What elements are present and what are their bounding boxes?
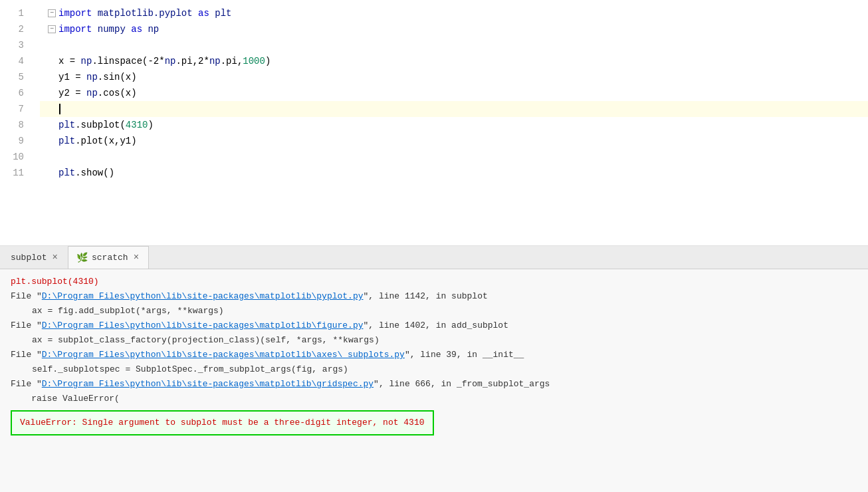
line-number-11: 11 xyxy=(0,165,29,181)
traceback-link[interactable]: D:\Program Files\python\lib\site-package… xyxy=(42,291,364,301)
line-number-5: 5 xyxy=(0,69,29,85)
traceback-link[interactable]: D:\Program Files\python\lib\site-package… xyxy=(42,379,374,389)
code-line-11: plt.show() xyxy=(40,165,868,181)
value-error-text: ValueError: Single argument to subplot m… xyxy=(20,418,425,428)
code-line-3 xyxy=(40,37,868,53)
fold-icon[interactable]: − xyxy=(48,9,56,17)
code-line-8: plt.subplot(4310) xyxy=(40,117,868,133)
line-number-1: 1 xyxy=(0,5,29,21)
line-number-4: 4 xyxy=(0,53,29,69)
tab-subplot[interactable]: subplot× xyxy=(3,246,68,269)
code-lines[interactable]: −import matplotlib.pyplot as plt−import … xyxy=(40,0,868,245)
traceback-link[interactable]: D:\Program Files\python\lib\site-package… xyxy=(42,320,364,330)
bottom-panel: subplot×🌿scratch× plt.subplot(4310)File … xyxy=(0,246,868,492)
console-line: File "D:\Program Files\python\lib\site-p… xyxy=(11,348,857,362)
console-line: plt.subplot(4310) xyxy=(11,275,857,289)
line-number-8: 8 xyxy=(0,117,29,133)
console-line: File "D:\Program Files\python\lib\site-p… xyxy=(11,318,857,333)
code-line-4: x = np.linspace(-2*np.pi,2*np.pi,1000) xyxy=(40,53,868,69)
subplot-tab-close[interactable]: × xyxy=(51,252,59,263)
line-number-9: 9 xyxy=(0,133,29,149)
scratch-tab-icon: 🌿 xyxy=(76,252,88,263)
line-number-3: 3 xyxy=(0,37,29,53)
line-number-7: 7 xyxy=(0,101,29,117)
code-line-6: y2 = np.cos(x) xyxy=(40,85,868,101)
tab-bar[interactable]: subplot×🌿scratch× xyxy=(0,246,868,269)
code-line-1: −import matplotlib.pyplot as plt xyxy=(40,5,868,21)
fold-icon[interactable]: − xyxy=(48,25,56,33)
line-number-10: 10 xyxy=(0,149,29,165)
subplot-tab-label: subplot xyxy=(11,253,47,263)
line-numbers: 1234567891011 xyxy=(0,0,40,245)
code-line-10 xyxy=(40,149,868,165)
console-line: ax = fig.add_subplot(*args, **kwargs) xyxy=(11,304,857,318)
console-output: plt.subplot(4310)File "D:\Program Files\… xyxy=(0,269,868,492)
scratch-tab-label: scratch xyxy=(92,253,128,263)
text-cursor xyxy=(59,104,60,114)
code-line-7 xyxy=(40,101,868,117)
scratch-tab-close[interactable]: × xyxy=(132,252,140,263)
code-editor[interactable]: 1234567891011 −import matplotlib.pyplot … xyxy=(0,0,868,246)
console-line: File "D:\Program Files\python\lib\site-p… xyxy=(11,377,857,392)
line-number-2: 2 xyxy=(0,21,29,37)
code-line-9: plt.plot(x,y1) xyxy=(40,133,868,149)
console-line: raise ValueError( xyxy=(11,392,857,406)
value-error-box: ValueError: Single argument to subplot m… xyxy=(11,410,434,435)
tab-scratch[interactable]: 🌿scratch× xyxy=(68,246,149,269)
code-line-2: −import numpy as np xyxy=(40,21,868,37)
code-line-5: y1 = np.sin(x) xyxy=(40,69,868,85)
console-line: ax = subplot_class_factory(projection_cl… xyxy=(11,333,857,348)
traceback-link[interactable]: D:\Program Files\python\lib\site-package… xyxy=(42,350,405,360)
line-number-6: 6 xyxy=(0,85,29,101)
console-line: File "D:\Program Files\python\lib\site-p… xyxy=(11,289,857,304)
console-line: self._subplotspec = SubplotSpec._from_su… xyxy=(11,362,857,377)
